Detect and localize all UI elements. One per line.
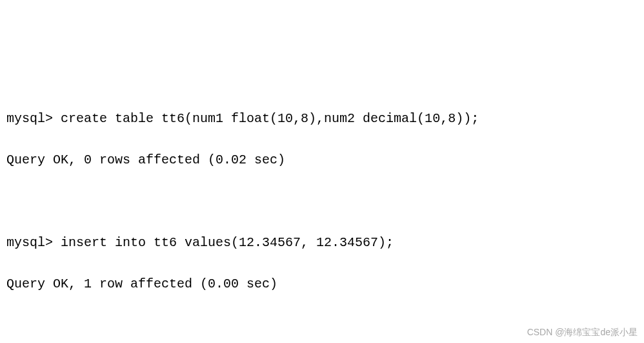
prompt: mysql>	[6, 111, 53, 126]
result-line-2: Query OK, 1 row affected (0.00 sec)	[6, 274, 638, 295]
command-line-1: mysql> create table tt6(num1 float(10,8)…	[6, 109, 638, 129]
prompt: mysql>	[6, 235, 53, 250]
mysql-terminal[interactable]: mysql> create table tt6(num1 float(10,8)…	[6, 88, 638, 343]
result-line-1: Query OK, 0 rows affected (0.02 sec)	[6, 150, 638, 171]
watermark-text: CSDN @海绵宝宝de派小星	[527, 325, 638, 339]
command-line-2: mysql> insert into tt6 values(12.34567, …	[6, 233, 638, 253]
blank-line	[6, 191, 638, 212]
sql-command: create table tt6(num1 float(10,8),num2 d…	[61, 111, 479, 126]
sql-command: insert into tt6 values(12.34567, 12.3456…	[61, 235, 394, 250]
